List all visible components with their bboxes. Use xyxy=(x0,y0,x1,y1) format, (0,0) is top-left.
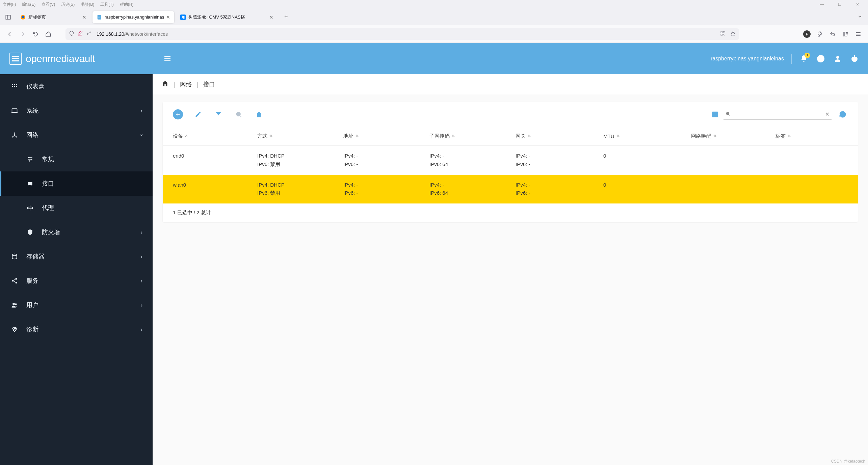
window-close-icon[interactable]: ✕ xyxy=(856,2,859,7)
col-netmask[interactable]: 子网掩码⇅ xyxy=(429,133,516,139)
sidebar-item-diagnostics[interactable]: 诊断 › xyxy=(0,317,153,341)
tab-close-icon[interactable]: ✕ xyxy=(269,15,273,20)
cell-wol xyxy=(691,181,775,198)
svg-point-26 xyxy=(28,157,29,158)
sidebar-item-dashboard[interactable]: 仪表盘 xyxy=(0,74,153,99)
tab-close-icon[interactable]: ✕ xyxy=(82,15,86,20)
menu-toggle-button[interactable] xyxy=(161,53,174,65)
account-button[interactable]: F xyxy=(801,28,813,40)
col-mtu[interactable]: MTU⇅ xyxy=(603,133,691,139)
library-button[interactable] xyxy=(840,28,851,40)
notifications-button[interactable]: 1 xyxy=(799,54,809,63)
shield-icon[interactable] xyxy=(69,31,74,37)
reload-button[interactable] xyxy=(30,28,41,40)
svg-rect-4 xyxy=(98,17,101,17)
help-button[interactable] xyxy=(816,54,825,63)
menu-edit[interactable]: 编辑(E) xyxy=(22,2,35,7)
col-tags[interactable]: 标签⇅ xyxy=(775,133,848,139)
home-button[interactable] xyxy=(43,28,54,40)
insecure-lock-icon[interactable] xyxy=(78,31,83,37)
table-row[interactable]: wlan0 IPv4: DHCP IPv6: 禁用 IPv4: - IPv6: … xyxy=(163,175,858,204)
power-button[interactable] xyxy=(850,54,859,63)
sidebar-item-storage[interactable]: 存储器 › xyxy=(0,244,153,269)
app-menu-button[interactable] xyxy=(852,28,864,40)
undo-button[interactable] xyxy=(827,28,838,40)
table-search[interactable]: ✕ xyxy=(724,109,832,119)
svg-rect-11 xyxy=(721,31,722,33)
sidebar-item-label: 代理 xyxy=(42,204,54,212)
svg-point-27 xyxy=(31,159,32,160)
menu-help[interactable]: 帮助(H) xyxy=(120,2,134,7)
col-gateway[interactable]: 网关⇅ xyxy=(516,133,603,139)
svg-rect-3 xyxy=(98,16,101,16)
cell-address: IPv4: - IPv6: - xyxy=(343,152,429,169)
cell-method: IPv4: DHCP IPv6: 禁用 xyxy=(257,181,343,198)
notification-count-badge: 1 xyxy=(805,53,810,58)
sidebar-item-firewall[interactable]: 防火墙 › xyxy=(0,220,153,244)
svg-point-42 xyxy=(836,56,839,59)
add-button[interactable] xyxy=(173,109,183,119)
qr-icon[interactable] xyxy=(720,31,726,37)
menu-tools[interactable]: 工具(T) xyxy=(100,2,113,7)
svg-point-45 xyxy=(726,112,729,115)
columns-button[interactable] xyxy=(710,109,720,119)
breadcrumb: | 网络 | 接口 xyxy=(153,74,868,94)
sidebar-item-general[interactable]: 常规 xyxy=(0,147,153,171)
shield-icon xyxy=(26,229,34,236)
cell-device: wlan0 xyxy=(173,181,257,198)
menu-bookmarks[interactable]: 书签(B) xyxy=(81,2,94,7)
extensions-button[interactable] xyxy=(814,28,825,40)
chevron-right-icon: › xyxy=(140,326,142,333)
new-tab-button[interactable]: + xyxy=(281,12,291,22)
filter-button[interactable] xyxy=(213,109,223,119)
col-wol[interactable]: 网络唤醒⇅ xyxy=(691,133,775,139)
browser-tab[interactable]: 新标签页 ✕ xyxy=(16,11,90,23)
sidebar-toggle-icon[interactable] xyxy=(3,12,13,22)
menu-view[interactable]: 查看(V) xyxy=(42,2,55,7)
sidebar-item-users[interactable]: 用户 › xyxy=(0,293,153,317)
window-minimize-icon[interactable]: — xyxy=(820,2,824,7)
sidebar-item-interfaces[interactable]: 接口 xyxy=(0,171,153,196)
tab-close-icon[interactable]: ✕ xyxy=(166,15,170,20)
chevron-right-icon: › xyxy=(140,277,142,284)
details-button[interactable] xyxy=(234,109,244,119)
sidebar-item-proxy[interactable]: 代理 xyxy=(0,196,153,220)
refresh-button[interactable] xyxy=(838,109,848,119)
tabs-overflow-icon[interactable] xyxy=(854,14,866,21)
search-input[interactable] xyxy=(730,112,825,117)
bookmark-star-icon[interactable] xyxy=(730,31,736,37)
forward-button[interactable] xyxy=(17,28,28,40)
home-icon[interactable] xyxy=(161,80,169,89)
url-bar[interactable]: 192.168.1.20/#/network/interfaces xyxy=(65,28,739,40)
sidebar-item-network[interactable]: 网络 › xyxy=(0,123,153,147)
menu-file[interactable]: 文件(F) xyxy=(3,2,16,7)
cell-wol xyxy=(691,152,775,169)
col-address[interactable]: 地址⇅ xyxy=(343,133,429,139)
sidebar-item-services[interactable]: 服务 › xyxy=(0,269,153,293)
col-method[interactable]: 方式⇅ xyxy=(257,133,343,139)
table-row[interactable]: end0 IPv4: DHCP IPv6: 禁用 IPv4: - IPv6: -… xyxy=(163,146,858,175)
key-icon[interactable] xyxy=(86,31,92,37)
omv-logo[interactable]: openmediavault xyxy=(9,53,95,65)
breadcrumb-item[interactable]: 网络 xyxy=(180,80,192,88)
chevron-down-icon: › xyxy=(138,134,145,136)
breadcrumb-item: 接口 xyxy=(203,80,215,88)
clear-search-icon[interactable]: ✕ xyxy=(825,111,830,117)
sort-icon: ⇅ xyxy=(713,134,716,138)
svg-point-35 xyxy=(12,254,17,256)
edit-button[interactable] xyxy=(193,109,203,119)
back-button[interactable] xyxy=(4,28,16,40)
window-maximize-icon[interactable]: ☐ xyxy=(838,2,842,7)
sort-icon: ⇅ xyxy=(528,134,531,138)
watermark: CSDN @ketaotech xyxy=(831,459,865,464)
tab-label: 新标签页 xyxy=(28,14,80,20)
sidebar-item-label: 诊断 xyxy=(26,325,38,333)
browser-tab[interactable]: raspberrypinas.yangnianleinas ✕ xyxy=(93,11,174,23)
user-menu-button[interactable] xyxy=(833,54,842,63)
browser-tab[interactable]: 知 树莓派4b+OMV 5家庭NAS搭 ✕ xyxy=(176,11,278,23)
tab-label: 树莓派4b+OMV 5家庭NAS搭 xyxy=(188,14,267,20)
sidebar-item-system[interactable]: 系统 › xyxy=(0,99,153,123)
menu-history[interactable]: 历史(S) xyxy=(61,2,75,7)
delete-button[interactable] xyxy=(254,109,264,119)
col-device[interactable]: 设备ᐱ xyxy=(173,133,257,139)
